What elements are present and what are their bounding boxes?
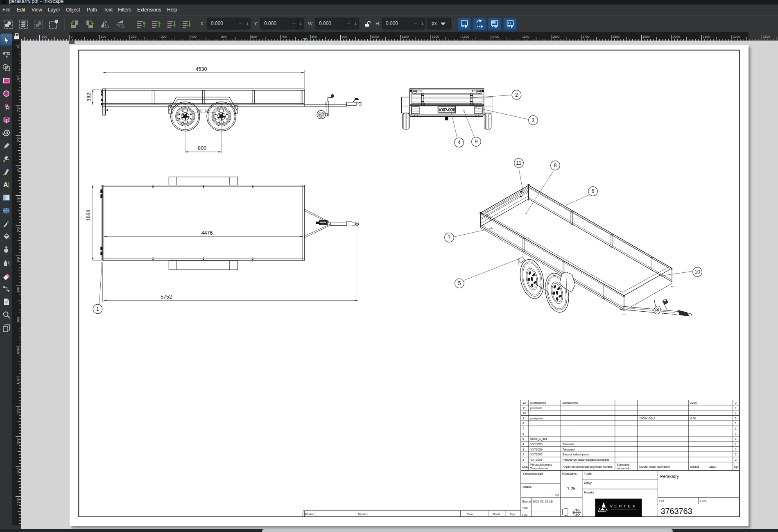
svg-text:1300: 1300 <box>16 437 20 445</box>
svg-text:Osa: Osa <box>522 465 528 469</box>
svg-text:-100: -100 <box>41 35 47 38</box>
svg-text:700: 700 <box>16 257 20 263</box>
svg-text:VXP-000: VXP-000 <box>439 107 455 112</box>
svg-text:peralauta: peralauta <box>530 406 543 410</box>
svg-text:Takavalot: Takavalot <box>563 448 575 451</box>
svg-text:8: 8 <box>554 163 557 168</box>
svg-text:800: 800 <box>16 287 20 292</box>
svg-text:800: 800 <box>198 145 206 151</box>
svg-text:3: 3 <box>522 448 524 451</box>
svg-text:VERTEX: VERTEX <box>610 504 637 508</box>
svg-text:Määrä: Määrä <box>690 465 699 469</box>
svg-text:1900: 1900 <box>642 35 650 38</box>
svg-text:11: 11 <box>522 406 525 410</box>
svg-text:Osan tai kokoonpanoryhmän kuva: Osan tai kokoonpanoryhmän kuvaus <box>563 465 613 469</box>
svg-text:Tuote: Tuote <box>584 472 592 475</box>
svg-text:Muutt.: Muutt. <box>493 512 501 516</box>
svg-text:100: 100 <box>16 76 20 82</box>
svg-text:1300: 1300 <box>462 35 469 38</box>
svg-text:1200: 1200 <box>16 407 20 414</box>
svg-text:1: 1 <box>96 306 99 312</box>
svg-text:4: 4 <box>458 140 461 145</box>
svg-text:3763763: 3763763 <box>661 507 692 516</box>
svg-text:1500: 1500 <box>16 498 20 505</box>
svg-text:6: 6 <box>522 432 524 436</box>
svg-text:1600: 1600 <box>552 35 560 38</box>
svg-text:900: 900 <box>16 317 20 323</box>
svg-text:suorakulmio: suorakulmio <box>563 401 579 405</box>
svg-text:400: 400 <box>16 166 20 172</box>
svg-text:1200: 1200 <box>432 35 439 38</box>
svg-text:10: 10 <box>694 269 700 275</box>
svg-text:VXT3001: VXT3001 <box>530 458 543 462</box>
svg-text:1: 1 <box>735 417 737 420</box>
svg-text:Pvm: Pvm <box>467 512 473 516</box>
svg-text:VXT3058: VXT3058 <box>530 442 543 446</box>
svg-text:tai luettelo: tai luettelo <box>617 466 631 470</box>
svg-text:4: 4 <box>522 442 524 446</box>
svg-text:1: 1 <box>735 427 737 430</box>
svg-text:1: 1 <box>522 458 524 462</box>
svg-text:2100: 2100 <box>703 35 710 38</box>
svg-text:600: 600 <box>251 35 257 38</box>
svg-text:362: 362 <box>86 93 92 102</box>
svg-text:Massa: Massa <box>522 485 532 489</box>
svg-text:1500: 1500 <box>522 35 529 38</box>
svg-text:2: 2 <box>735 401 737 405</box>
svg-text:1600x160x2: 1600x160x2 <box>639 417 655 420</box>
svg-text:9: 9 <box>522 417 524 420</box>
svg-text:1800: 1800 <box>613 35 620 38</box>
svg-text:paatylevy: paatylevy <box>530 417 543 420</box>
svg-text:12: 12 <box>522 401 526 405</box>
svg-text:1100: 1100 <box>16 377 20 385</box>
svg-text:6: 6 <box>592 188 595 194</box>
svg-text:200: 200 <box>16 106 20 112</box>
svg-text:1: 1 <box>735 421 737 425</box>
svg-text:2: 2 <box>522 453 524 456</box>
svg-text:2: 2 <box>735 458 737 462</box>
svg-text:1: 1 <box>735 442 737 446</box>
svg-text:1700: 1700 <box>582 35 590 38</box>
svg-text:1400: 1400 <box>492 35 500 38</box>
svg-text:5752: 5752 <box>161 294 172 300</box>
svg-text:1: 1 <box>735 411 737 415</box>
svg-text:1664: 1664 <box>86 210 91 221</box>
svg-text:2210: 2210 <box>690 401 697 405</box>
svg-text:9: 9 <box>475 139 478 145</box>
svg-text:Kpl: Kpl <box>734 465 738 469</box>
svg-text:2200: 2200 <box>733 35 740 38</box>
svg-text:2025-03-13 JSI: 2025-03-13 JSI <box>533 500 554 503</box>
svg-text:Merkki: Merkki <box>305 512 314 516</box>
svg-text:10: 10 <box>522 411 526 415</box>
svg-text:5: 5 <box>522 437 524 441</box>
svg-text:1: 1 <box>735 432 737 436</box>
svg-text:0: 0 <box>16 46 20 48</box>
svg-text:Peräkärry: Peräkärry <box>660 474 679 479</box>
svg-text:VXT3007: VXT3007 <box>530 453 543 456</box>
svg-text:1000: 1000 <box>372 35 379 38</box>
svg-text:Muoto, malli, lajimerkki: Muoto, malli, lajimerkki <box>639 465 670 469</box>
svg-text:800: 800 <box>312 35 317 38</box>
svg-text:1: 1 <box>735 406 737 410</box>
svg-text:Mittakaava: Mittakaava <box>562 472 577 475</box>
svg-text:VXT3059: VXT3059 <box>530 448 543 451</box>
svg-text:7: 7 <box>522 427 524 430</box>
svg-text:3: 3 <box>532 118 535 123</box>
svg-text:400: 400 <box>191 35 197 38</box>
svg-text:600: 600 <box>16 226 20 232</box>
svg-text:Uusi: Uusi <box>700 499 706 503</box>
svg-text:5: 5 <box>458 281 461 286</box>
svg-text:Suunn: Suunn <box>522 500 531 503</box>
svg-text:suorakulmio: suorakulmio <box>530 401 546 405</box>
svg-text:Hyv: Hyv <box>510 512 516 516</box>
svg-text:Takavalo: Takavalo <box>563 442 574 446</box>
svg-text:200: 200 <box>131 35 137 38</box>
svg-text:Laatu: Laatu <box>709 465 717 469</box>
svg-text:Peräkärryn laidan salpakokoonp: Peräkärryn laidan salpakokoonpano <box>563 458 610 462</box>
svg-text:Ent.: Ent. <box>659 499 665 503</box>
svg-text:4476: 4476 <box>201 230 213 236</box>
svg-text:0: 0 <box>71 35 73 38</box>
svg-text:2300: 2300 <box>763 35 770 38</box>
svg-text:2000: 2000 <box>673 35 680 38</box>
svg-text:7: 7 <box>448 235 451 240</box>
